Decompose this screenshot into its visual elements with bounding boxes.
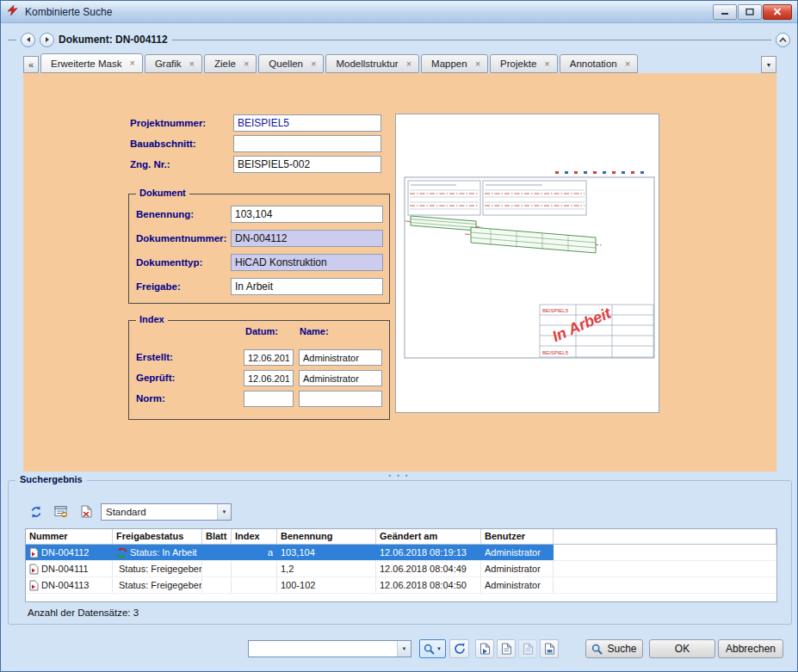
tab-scroll-left-button[interactable]: « [23, 56, 39, 73]
cell-freigabestatus: Status: Freigegeben [119, 577, 202, 593]
minimize-button[interactable] [713, 4, 737, 20]
tab-close-icon[interactable]: × [475, 59, 480, 69]
cell-freigabestatus: Status: Freigegeben [119, 561, 202, 576]
cell-blatt [202, 561, 232, 576]
collapse-button[interactable] [776, 33, 790, 47]
refresh-icon [29, 505, 43, 519]
status-in-progress-icon [116, 547, 127, 558]
remove-result-list-button[interactable] [76, 502, 96, 521]
table-row-dn-004113[interactable]: DN-004113 Status: Freigegeben 100-102 12… [26, 577, 776, 594]
column-header-geaendert-am[interactable]: Geändert am [376, 529, 481, 544]
zng-nr-input[interactable] [233, 156, 381, 173]
tab-close-icon[interactable]: × [625, 59, 630, 69]
norm-name-input[interactable] [299, 391, 382, 407]
document-header: Dokument: DN-004112 [8, 31, 790, 48]
tab-close-icon[interactable]: × [311, 59, 316, 69]
geprueft-name-input[interactable] [299, 370, 382, 386]
cell-index [232, 577, 277, 593]
geprueft-label: Geprüft: [136, 369, 175, 386]
document-action-button-2[interactable] [497, 639, 516, 658]
result-filter-combobox[interactable]: Standard ▼ [101, 503, 232, 521]
tab-close-icon[interactable]: × [244, 59, 249, 69]
erstellt-datum-input[interactable] [244, 349, 294, 366]
document-icon [29, 580, 39, 591]
search-options-button[interactable]: ▼ [419, 639, 446, 658]
titleblock-project-text: BEISPIEL5 [542, 308, 569, 313]
column-header-benennung[interactable]: Benennung [277, 529, 376, 544]
tab-close-icon[interactable]: × [189, 59, 195, 69]
tab-label: Erweiterte Mask [51, 59, 121, 69]
tab-erweiterte-maske[interactable]: Erweiterte Mask × [40, 53, 143, 73]
cancel-button[interactable]: Abbrechen [718, 639, 783, 658]
tab-label: Ziele [214, 59, 236, 69]
column-header-freigabestatus[interactable]: Freigabestatus [113, 529, 202, 544]
table-row-dn-004112[interactable]: DN-004112 Status: In Arbeit a 103,104 12… [26, 545, 776, 561]
nav-next-button[interactable] [40, 33, 54, 47]
footer-combobox[interactable]: ▼ [248, 640, 411, 657]
nav-previous-button[interactable] [21, 33, 35, 47]
tab-quellen[interactable]: Quellen × [258, 54, 324, 73]
document-lines-icon [501, 643, 512, 655]
cell-blatt [202, 545, 232, 560]
result-list-icon [54, 505, 68, 518]
index-group-title: Index [136, 314, 168, 324]
dropdown-arrow-icon[interactable]: ▼ [397, 641, 411, 657]
tab-overflow-button[interactable]: ▼ [761, 56, 776, 73]
cell-nummer: DN-004113 [41, 577, 89, 593]
column-header-nummer[interactable]: Nummer [26, 529, 113, 544]
erstellt-name-input[interactable] [299, 349, 382, 366]
tab-projekte[interactable]: Projekte × [490, 54, 558, 73]
kombinierte-suche-window: Kombinierte Suche Dokument: DN-004112 [0, 0, 798, 672]
bauabschnitt-input[interactable] [233, 135, 381, 152]
refresh-results-button[interactable] [26, 502, 46, 521]
remove-list-icon [80, 505, 93, 518]
benennung-input[interactable] [231, 206, 383, 223]
table-row-dn-004111[interactable]: DN-004111 Status: Freigegeben 1,2 12.06.… [26, 561, 776, 577]
projektnummer-input[interactable] [233, 114, 381, 132]
refresh-circular-icon [454, 643, 466, 655]
freigabe-input[interactable] [231, 278, 383, 295]
search-button[interactable]: Suche [585, 639, 643, 658]
search-mask-form: Projektnummer: Bauabschnitt: Zng. Nr.: D… [23, 73, 776, 472]
configure-result-list-button[interactable] [51, 502, 71, 521]
tab-label: Modellstruktur [336, 59, 398, 69]
ok-button[interactable]: OK [649, 639, 715, 658]
dokument-group-title: Dokument [136, 188, 189, 198]
document-blue-icon [544, 643, 555, 655]
tab-mappen[interactable]: Mappen × [421, 54, 488, 73]
tabbar: « Erweiterte Mask × Grafik × Ziele × Que… [23, 52, 776, 73]
tab-grafik[interactable]: Grafik × [145, 54, 202, 73]
tab-close-icon[interactable]: × [129, 59, 134, 68]
cancel-button-label: Abbrechen [726, 643, 776, 655]
column-header-benutzer[interactable]: Benutzer [481, 529, 554, 544]
refresh-search-button[interactable] [449, 639, 469, 658]
erstellt-label: Erstellt: [136, 348, 173, 366]
document-action-button-4[interactable] [540, 639, 559, 658]
tab-annotation[interactable]: Annotation × [560, 54, 638, 73]
norm-label: Norm: [136, 390, 165, 407]
norm-datum-input[interactable] [244, 391, 294, 407]
tab-modellstruktur[interactable]: Modellstruktur × [325, 54, 419, 73]
document-action-button-1[interactable] [475, 639, 494, 658]
maximize-button[interactable] [738, 4, 762, 20]
results-group-title: Suchergebnis [15, 474, 87, 484]
column-header-index[interactable]: Index [232, 529, 277, 544]
projektnummer-label: Projektnummer: [130, 114, 206, 132]
document-action-button-3[interactable] [518, 639, 537, 658]
dokument-groupbox: Dokument Benennung: Dokumentnummer: Doku… [128, 194, 390, 304]
preview-drawing: BEISPIEL5 BEISPIEL5 In Arbeit [396, 114, 659, 412]
dropdown-arrow-icon[interactable]: ▼ [217, 504, 231, 520]
tab-close-icon[interactable]: × [406, 59, 411, 69]
document-lines-icon [523, 643, 534, 655]
dokumenttyp-input[interactable] [231, 254, 383, 271]
results-table: Nummer Freigabestatus Blatt Index Benenn… [25, 528, 777, 602]
titlebar: Kombinierte Suche [1, 1, 797, 23]
tab-ziele[interactable]: Ziele × [204, 54, 257, 73]
geprueft-datum-input[interactable] [244, 370, 294, 386]
dokumentnummer-input[interactable] [231, 230, 383, 247]
cell-benutzer: Administrator [481, 545, 554, 560]
cell-benutzer: Administrator [481, 577, 554, 593]
close-button[interactable] [763, 4, 792, 20]
column-header-blatt[interactable]: Blatt [202, 529, 232, 544]
tab-close-icon[interactable]: × [544, 59, 549, 69]
